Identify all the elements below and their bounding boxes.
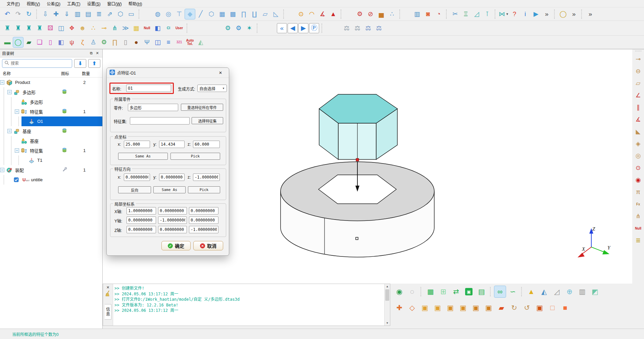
door-panel-magenta-button[interactable]: ❏ bbox=[35, 37, 45, 47]
menu-item-6[interactable]: 帮助(H) bbox=[125, 0, 146, 7]
tree-row-Product[interactable]: −Product2 bbox=[0, 78, 102, 87]
log-tab-info[interactable]: 信息 bbox=[105, 304, 111, 320]
point-pick-button[interactable]: Pick bbox=[170, 153, 220, 160]
nav-first-button[interactable]: « bbox=[277, 23, 287, 33]
plane-3points-button[interactable]: ▱ bbox=[634, 78, 643, 88]
line-angle-button[interactable]: ∠ bbox=[634, 90, 643, 100]
show-feature-button[interactable]: ◉ bbox=[394, 286, 405, 297]
auto-tolerance-button[interactable]: Auto Tol. bbox=[185, 37, 195, 47]
plane-normal-button[interactable]: ▰ bbox=[496, 302, 507, 313]
three-two-one-button[interactable]: 321 bbox=[174, 37, 184, 47]
lcs-x1-input[interactable] bbox=[158, 207, 187, 214]
cube-shapes-button[interactable]: ◫ bbox=[56, 23, 66, 33]
branch-blue-button[interactable]: Ψ bbox=[142, 37, 152, 47]
move-cross-button[interactable]: ✚ bbox=[394, 302, 405, 313]
expander-icon[interactable]: − bbox=[7, 129, 12, 133]
document-export-button[interactable]: ⇗ bbox=[105, 9, 115, 19]
import-model-button[interactable]: ⇩ bbox=[40, 9, 50, 19]
document-lock-button[interactable]: ▤ bbox=[476, 286, 487, 297]
lcs-y0-input[interactable] bbox=[127, 216, 156, 224]
mannequin-blue-button[interactable]: ♙ bbox=[88, 37, 98, 47]
cube-wireframe-button[interactable]: □ bbox=[547, 302, 558, 313]
play-button[interactable]: ▶ bbox=[531, 9, 541, 19]
expander-icon[interactable]: − bbox=[0, 80, 4, 85]
search-input[interactable] bbox=[11, 61, 70, 66]
overflow-2-button[interactable]: » bbox=[569, 9, 579, 19]
fixture-datum-1-button[interactable]: ♜ bbox=[2, 23, 12, 33]
contact-gear-button[interactable]: ⚙ bbox=[355, 9, 365, 19]
null-feature-button[interactable]: Null bbox=[142, 23, 152, 33]
lcs-z1-input[interactable] bbox=[158, 226, 187, 233]
cone-tolerance-button[interactable]: ▲ bbox=[328, 9, 338, 19]
swap-visibility-button[interactable]: ⇄ bbox=[450, 286, 462, 297]
no-contact-button[interactable]: ⊘ bbox=[365, 9, 376, 19]
user-feature-button[interactable]: User bbox=[174, 23, 184, 33]
parallel-planes-button[interactable]: ∥ bbox=[634, 102, 643, 112]
tree-row-基座[interactable]: 基座 bbox=[0, 136, 102, 146]
redo-document-button[interactable]: ↻ bbox=[24, 9, 34, 19]
bent-plane-button[interactable]: ◣ bbox=[634, 127, 643, 137]
rotate-ccw-button[interactable]: ↺ bbox=[521, 302, 533, 313]
gauge-document-button[interactable]: ◔ bbox=[434, 9, 444, 19]
search-up-button[interactable]: ⬆ bbox=[88, 59, 100, 68]
null-feature-2-button[interactable]: Null bbox=[634, 223, 643, 233]
fem-shield-button[interactable]: ❖ bbox=[67, 23, 77, 33]
feature-set-input[interactable] bbox=[130, 117, 190, 125]
chevron-arrows-button[interactable]: ≫ bbox=[120, 23, 131, 33]
gear-cylinder-1-button[interactable]: ⚙ bbox=[223, 23, 233, 33]
surface-mesh-button[interactable]: ▦ bbox=[217, 9, 227, 19]
cube-view-left-button[interactable]: ▣ bbox=[445, 302, 456, 313]
cube-isometric-button[interactable]: ◇ bbox=[406, 302, 418, 313]
cube-view-front-button[interactable]: ▣ bbox=[419, 302, 431, 313]
press-fit-button[interactable]: ⊺ bbox=[482, 9, 492, 19]
tree-row-特征集[interactable]: −特征集1 bbox=[0, 146, 102, 155]
dice-cube-button[interactable]: ⚄ bbox=[45, 23, 55, 33]
cube-solid-button[interactable]: ▣ bbox=[534, 302, 545, 313]
panels-blue-button[interactable]: ◫ bbox=[153, 37, 163, 47]
feature-point-marker[interactable] bbox=[356, 158, 359, 161]
undock-icon[interactable]: ⧉ bbox=[88, 51, 94, 56]
concentric-circles-button[interactable]: ◎ bbox=[634, 151, 643, 161]
info-cube-button[interactable]: i bbox=[520, 9, 530, 19]
search-down-button[interactable]: ⬇ bbox=[74, 59, 86, 68]
save-file-button[interactable]: ⇓ bbox=[62, 9, 72, 19]
ruler-delete-button[interactable]: ◿ bbox=[551, 286, 562, 297]
nav-next-button[interactable]: ▶ bbox=[298, 23, 308, 33]
circle-green-button[interactable]: ◯ bbox=[13, 37, 23, 47]
pallet-green-button[interactable]: ▬ bbox=[2, 37, 12, 47]
cylinder-brown-button[interactable]: ● bbox=[131, 37, 141, 47]
report-export-button[interactable]: ▤ bbox=[83, 9, 93, 19]
question-refresh-button[interactable]: ? bbox=[509, 9, 519, 19]
tree-row-O1[interactable]: O1 bbox=[0, 116, 102, 126]
board-green-button[interactable]: ▰ bbox=[24, 37, 34, 47]
expander-icon[interactable]: − bbox=[0, 168, 4, 172]
dialog-close-icon[interactable]: ✕ bbox=[215, 69, 226, 77]
line-feature-button[interactable]: ╱ bbox=[196, 9, 206, 19]
link-active-button[interactable]: ∞ bbox=[494, 286, 506, 297]
clear-log-broom-icon[interactable] bbox=[105, 290, 111, 298]
menu-item-0[interactable]: 文件(F) bbox=[3, 0, 23, 7]
part-input[interactable] bbox=[128, 104, 178, 111]
balance-scale-4-button[interactable]: ⚖ bbox=[374, 23, 384, 33]
ok-button[interactable]: ✓ 确定 bbox=[161, 241, 191, 250]
reselect-part-button[interactable]: 重选特征所在零件 bbox=[181, 104, 223, 111]
menu-item-3[interactable]: 工具(T) bbox=[64, 0, 84, 7]
circle-dot-button[interactable]: ⊙ bbox=[634, 163, 643, 173]
new-file-button[interactable]: ✚ bbox=[51, 9, 61, 19]
3d-viewport[interactable]: Z Y X 点特征-O1 ✕ 名称: 生成方式: 自由选择 ▼ 所属零件 bbox=[103, 49, 632, 284]
branch-red-blue-button[interactable]: ψ bbox=[67, 37, 77, 47]
pin-group-1-button[interactable]: ∏ bbox=[239, 9, 249, 19]
fixture-datum-3-button[interactable]: ♜ bbox=[24, 23, 34, 33]
ellipse-measure-button[interactable]: ⊖ bbox=[634, 66, 643, 76]
pin-group-2-button[interactable]: ∐ bbox=[249, 9, 259, 19]
point-line-button[interactable]: ⊸ bbox=[99, 23, 109, 33]
cube-view-bottom-button[interactable]: ▣ bbox=[483, 302, 494, 313]
tree-row-基座[interactable]: −基座 bbox=[0, 126, 102, 136]
dir-x-input[interactable] bbox=[124, 174, 150, 181]
dir-pick-button[interactable]: Pick bbox=[188, 186, 220, 193]
profile-feature-button[interactable]: ◺ bbox=[271, 9, 281, 19]
point-z-input[interactable] bbox=[193, 141, 220, 148]
log-close-icon[interactable]: ✕ bbox=[105, 285, 111, 290]
panel-arrow-button[interactable]: ◧ bbox=[153, 23, 163, 33]
menu-item-4[interactable]: 设置(S) bbox=[84, 0, 104, 7]
